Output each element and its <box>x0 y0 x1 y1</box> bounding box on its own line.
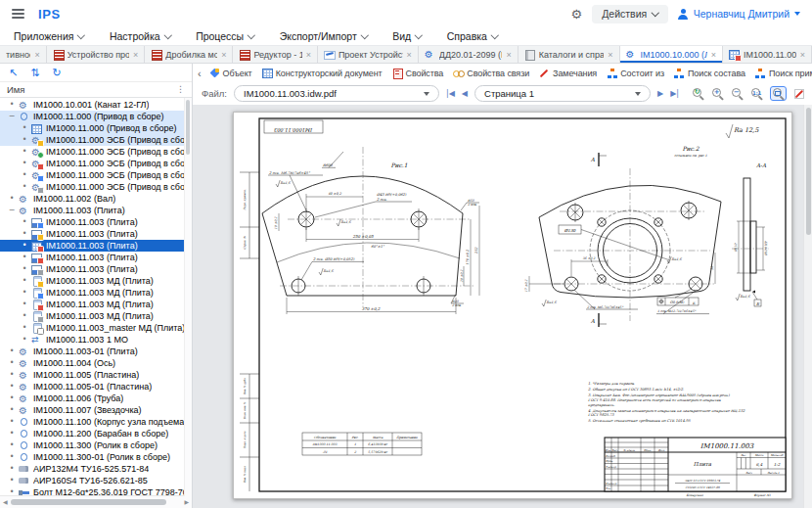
menu-item[interactable]: Вид <box>392 30 422 42</box>
tree-item[interactable]: •IM1000.11.006 (Труба) <box>0 393 192 404</box>
collapse-icon[interactable]: − <box>8 207 16 214</box>
tree-item[interactable]: •IM1000.11.003 (Плита) <box>0 228 192 240</box>
collapse-all-icon[interactable]: ↖ <box>9 68 18 78</box>
tab-close-icon[interactable]: × <box>133 50 138 60</box>
expand-bullet-icon[interactable]: • <box>8 383 16 391</box>
expand-bullet-icon[interactable]: • <box>21 230 28 238</box>
expand-bullet-icon[interactable]: • <box>8 477 16 485</box>
tree-item[interactable]: −IM1000.11.000 (Привод в сборе) <box>0 111 192 122</box>
document-tab[interactable]: ДД20.01-2099 (Коммутат...× <box>419 46 519 63</box>
sort-tree-icon[interactable]: ⇅ <box>30 68 39 78</box>
markup-edit-icon[interactable] <box>793 88 805 100</box>
tree-item[interactable]: •IM1000.11.200 (Барабан в сборе) <box>0 428 192 439</box>
tree-horizontal-scrollbar[interactable]: ◀ ▶ <box>0 495 192 508</box>
scroll-right-icon[interactable]: ▶ <box>184 499 189 505</box>
user-menu[interactable]: Чернавчиц Дмитрий <box>678 8 800 20</box>
tab-close-icon[interactable]: × <box>221 50 226 60</box>
tree-item[interactable]: •IM1000.11.003 МД (Плита) <box>0 299 192 310</box>
column-options-icon[interactable]: ⋮ <box>176 85 185 94</box>
next-page-button[interactable]: ▶ <box>657 90 663 98</box>
zoom-out-icon[interactable]: − <box>731 87 744 100</box>
first-page-button[interactable]: |◀ <box>446 90 455 98</box>
tree-item[interactable]: •IM1000.11.100 (Корпус узла подъема) <box>0 416 192 428</box>
menu-item[interactable]: Приложения <box>14 30 84 42</box>
tree-item[interactable]: •IM1000.11.000 ЭСБ (Привод в сборе) <box>0 158 192 169</box>
tree-item[interactable]: •IM1000.11.000 (Привод в сборе) <box>0 122 192 134</box>
zoom-in-icon[interactable]: + <box>711 87 724 100</box>
expand-bullet-icon[interactable]: • <box>8 441 16 449</box>
expand-bullet-icon[interactable]: • <box>21 242 28 250</box>
vertical-scroll-thumb[interactable] <box>186 100 190 155</box>
toolbar-item[interactable]: Состоит из <box>607 64 664 82</box>
expand-bullet-icon[interactable]: • <box>8 430 16 438</box>
toolbar-item[interactable]: Поиск состава <box>674 64 745 82</box>
tree-item[interactable]: •IM1000.11.004 (Ось) <box>0 357 192 369</box>
tree-item[interactable]: •IM1000.11.003 МД (Плита) <box>0 275 192 287</box>
tree-item[interactable]: •IM1000.11.003 (Плита) <box>0 216 192 228</box>
document-tab[interactable]: тивное з...× <box>0 46 47 63</box>
toolbar-item[interactable]: Поиск применяемости <box>755 64 812 82</box>
expand-bullet-icon[interactable]: • <box>21 183 28 191</box>
refresh-icon[interactable]: ↻ <box>52 68 61 78</box>
tree-item[interactable]: •АИР160S4 ТУ16-526.621-85 <box>0 475 192 486</box>
toolbar-back-icon[interactable]: ‹ <box>198 68 202 79</box>
tab-close-icon[interactable]: × <box>711 50 716 60</box>
pdf-viewer[interactable]: Перв. примен. Справ. № Инв. № дубл. Взам… <box>193 105 812 508</box>
tree-item[interactable]: •IM1000.11.007 (Звездочка) <box>0 404 192 416</box>
expand-bullet-icon[interactable]: • <box>21 136 28 144</box>
name-column-header[interactable]: Имя <box>7 84 25 95</box>
expand-bullet-icon[interactable]: • <box>21 277 28 285</box>
document-tab[interactable]: Редуктор - 1Ц2У-160× <box>233 46 317 63</box>
tree-item[interactable]: •IM1000.11.003 (Плита) <box>0 240 192 252</box>
menu-item[interactable]: Справка <box>447 30 498 42</box>
expand-bullet-icon[interactable]: • <box>21 171 28 179</box>
zoom-actual-icon[interactable]: 1:1 <box>750 87 763 100</box>
expand-bullet-icon[interactable]: • <box>8 418 16 426</box>
tree-item[interactable]: •IM1000.11.003 МД (Плита) <box>0 310 192 322</box>
tree-item[interactable]: •IM1000.11.000 ЭСБ (Привод в сборе) <box>0 134 192 146</box>
tree-item[interactable]: −IM1000.11.003 (Плита) <box>0 205 192 216</box>
expand-bullet-icon[interactable]: • <box>8 453 16 461</box>
toolbar-item[interactable]: Свойства связи <box>453 64 529 82</box>
expand-bullet-icon[interactable]: • <box>8 359 16 367</box>
tree-item[interactable]: •IM1000.11.003_master МД (Плита) <box>0 322 192 334</box>
tab-close-icon[interactable]: × <box>407 50 412 60</box>
file-select[interactable]: IM1000.11.003.idw.pdf <box>234 85 439 102</box>
expand-bullet-icon[interactable]: • <box>8 488 16 495</box>
expand-bullet-icon[interactable]: • <box>8 465 16 473</box>
scroll-left-icon[interactable]: ◀ <box>3 499 8 505</box>
tab-close-icon[interactable]: × <box>800 50 805 60</box>
tree-item[interactable]: •IM1000.11.002 (Вал) <box>0 193 192 205</box>
viewer-scrollbar[interactable] <box>803 105 812 508</box>
expand-bullet-icon[interactable]: • <box>21 265 28 273</box>
document-tab[interactable]: Проект Устройство проф...× <box>318 46 419 63</box>
viewer-scroll-thumb[interactable] <box>806 108 811 235</box>
tab-close-icon[interactable]: × <box>506 50 511 60</box>
expand-bullet-icon[interactable]: • <box>8 406 16 414</box>
tab-close-icon[interactable]: × <box>34 50 39 60</box>
document-tab[interactable]: Каталоги и справочники I...× <box>519 46 620 63</box>
expand-bullet-icon[interactable]: • <box>8 371 16 379</box>
tree-item[interactable]: •IM1000.11.300 (Ролик в сборе) <box>0 439 192 451</box>
tab-close-icon[interactable]: × <box>608 50 612 60</box>
menu-item[interactable]: Процессы <box>196 30 254 42</box>
hamburger-menu-icon[interactable] <box>12 9 24 19</box>
toolbar-item[interactable]: Замечания <box>539 64 597 82</box>
tree-item[interactable]: •IM1000.11.300-01 (Ролик в сборе) <box>0 451 192 463</box>
expand-bullet-icon[interactable]: • <box>21 218 28 226</box>
tree-vertical-scrollbar[interactable] <box>184 98 192 496</box>
expand-bullet-icon[interactable]: • <box>21 312 28 320</box>
settings-gear-icon[interactable]: ⚙ <box>571 8 583 21</box>
document-tab[interactable]: IM1000.11.003 (Плита)× <box>723 46 812 63</box>
tree-item[interactable]: •АИР132М4 ТУ16-525.571-84 <box>0 463 192 475</box>
prev-page-button[interactable]: ◀ <box>462 90 468 98</box>
expand-bullet-icon[interactable]: • <box>8 101 16 109</box>
expand-bullet-icon[interactable]: • <box>21 148 28 156</box>
actions-button[interactable]: Действия <box>592 5 668 23</box>
expand-bullet-icon[interactable]: • <box>21 289 28 297</box>
document-tab[interactable]: Устройство профилегиб...× <box>47 46 146 63</box>
expand-bullet-icon[interactable]: • <box>21 124 28 132</box>
menu-item[interactable]: Экспорт/Импорт <box>280 30 368 42</box>
tree-item[interactable]: •IM1000.11.005-01 (Пластина) <box>0 381 192 393</box>
page-select[interactable]: Страница 1 <box>474 85 651 102</box>
